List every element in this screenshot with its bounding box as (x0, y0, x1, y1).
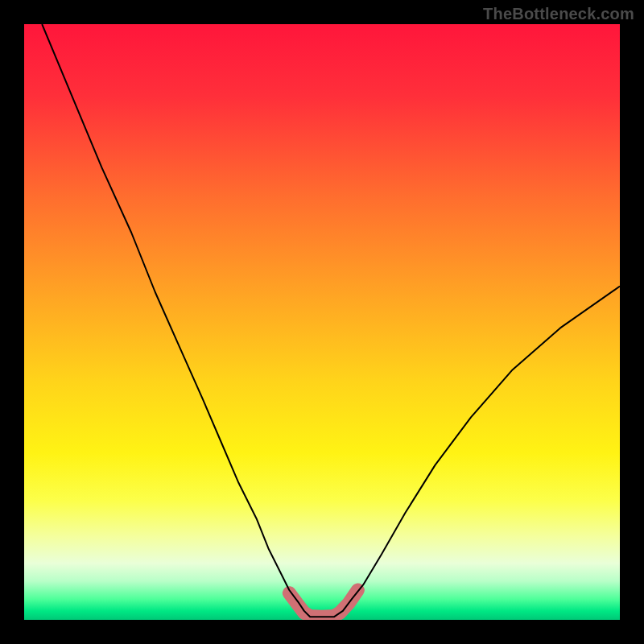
watermark-text: TheBottleneck.com (483, 5, 634, 23)
gradient-background (24, 24, 620, 620)
chart-frame (24, 24, 620, 620)
bottleneck-chart (24, 24, 620, 620)
